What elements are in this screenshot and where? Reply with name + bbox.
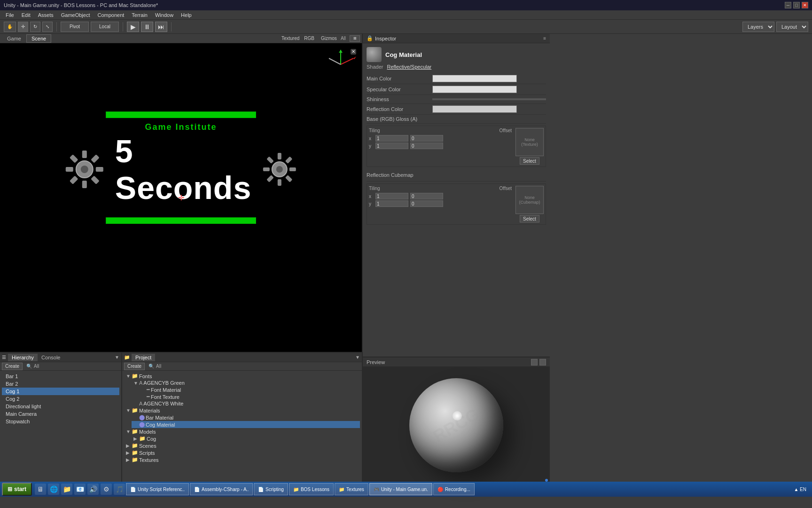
project-scenes-folder[interactable]: ▶ 📁 Scenes [124,442,360,449]
font-material-item[interactable]: ━ Font Material [139,386,360,393]
taskbar-unity-script[interactable]: 📄 Unity Script Referenc... [126,483,189,495]
menu-file[interactable]: File [2,11,18,19]
local-button[interactable]: Local [91,22,119,32]
start-button[interactable]: ⊞ start [2,483,32,496]
agencyb-green-icon: A [139,380,142,386]
hand-tool[interactable]: ✋ [4,22,16,32]
gizmos-label[interactable]: Gizmos [321,36,337,41]
project-scripts-folder[interactable]: ▶ 📁 Scripts [124,449,360,456]
menu-help[interactable]: Help [177,11,195,19]
hierarchy-cog1[interactable]: Cog 1 [2,388,119,395]
quick-icon-6[interactable]: ⚙ [101,484,112,495]
minimize-button[interactable]: ─ [785,2,791,8]
taskbar-scripting[interactable]: 📄 Scripting [254,483,288,495]
maximize-view-btn[interactable]: ⊠ [350,35,360,42]
layout-dropdown[interactable]: Layout [776,22,808,32]
game-title: Game Institute [145,122,217,132]
project-models-folder[interactable]: ▼ 📁 Models [124,428,360,435]
cog-material-item[interactable]: ⬤ Cog Material [132,421,360,428]
project-fonts-folder[interactable]: ▼ 📁 Fonts [124,373,360,380]
hierarchy-bar2[interactable]: Bar 2 [2,380,119,388]
menu-edit[interactable]: Edit [18,11,34,19]
tab-hierarchy[interactable]: Hierarchy [8,354,38,361]
quick-icon-5[interactable]: 🔊 [87,484,99,495]
quick-icon-4[interactable]: 📧 [74,484,86,495]
rotate-tool[interactable]: ↻ [30,22,40,32]
taskbar-recording[interactable]: 🔴 Recording... [433,483,475,495]
taskbar-unity-main[interactable]: 🎮 Unity - Main Game.un... [369,483,432,495]
maximize-button[interactable]: □ [793,2,800,8]
menu-gameobject[interactable]: GameObject [57,11,94,19]
inspector-options-icon[interactable]: ≡ [543,36,546,41]
hierarchy-stopwatch[interactable]: Stopwatch [2,418,119,425]
menu-window[interactable]: Window [151,11,177,19]
pause-button[interactable]: ⏸ [141,22,153,32]
play-button[interactable]: ▶ [127,22,139,32]
project-collapse-btn[interactable]: ▼ [355,355,360,360]
preview-ctrl-2[interactable] [539,359,546,365]
project-materials-folder[interactable]: ▼ 📁 Materials [124,407,360,414]
base-tiling-x[interactable] [375,135,408,142]
agencyb-white-item[interactable]: A AGENCYB White [132,400,360,407]
inspector-header: 🔒 Inspector ≡ [363,34,550,43]
rgb-label[interactable]: RGB [304,36,314,41]
hierarchy-bar1[interactable]: Bar 1 [2,373,119,380]
system-tray: ▲ EN [790,486,810,492]
tab-console[interactable]: Console [38,354,64,361]
preview-controls [531,359,546,365]
taskbar-icon-3: 📄 [258,487,264,492]
tiling-label: Tiling [369,128,380,133]
cubemap-tiling-x[interactable] [375,193,408,199]
quick-icon-1[interactable]: 🖥 [35,484,46,495]
base-offset-y[interactable] [410,143,443,149]
menu-terrain[interactable]: Terrain [128,11,151,19]
agencyb-green-folder[interactable]: ▼ A AGENCYB Green [132,380,360,386]
scale-tool[interactable]: ⤡ [42,22,53,32]
hierarchy-camera[interactable]: Main Camera [2,410,119,418]
shininess-slider-area [432,98,546,100]
base-offset-x[interactable] [410,135,443,142]
cog-right [261,151,298,188]
tab-scene[interactable]: Scene [26,34,51,43]
cubemap-offset-y[interactable] [410,200,443,207]
project-textures-folder[interactable]: ▶ 📁 Textures [124,456,360,463]
taskbar-assembly[interactable]: 📄 Assembly-CSharp - A... [190,483,253,495]
quick-icon-7[interactable]: 🎵 [114,484,125,495]
specular-color-swatch[interactable] [432,86,517,93]
texture-select-btn[interactable]: Select [520,157,539,165]
bar-material-item[interactable]: ⬤ Bar Material [132,414,360,421]
shader-value[interactable]: Reflective/Specular [387,64,431,70]
textured-label[interactable]: Textured [281,36,299,41]
hierarchy-create-btn[interactable]: Create [2,363,23,370]
layers-dropdown[interactable]: Layers [742,22,774,32]
reflection-color-swatch[interactable] [432,105,517,113]
hierarchy-dirlight[interactable]: Directional light [2,403,119,410]
project-create-btn[interactable]: Create [124,363,145,370]
main-color-swatch[interactable] [432,75,517,82]
hierarchy-cog2[interactable]: Cog 2 [2,395,119,403]
quick-icon-3[interactable]: 📁 [61,484,72,495]
tab-game[interactable]: Game [2,34,26,43]
step-button[interactable]: ⏭ [155,22,167,32]
move-tool[interactable]: ✛ [18,22,28,32]
hierarchy-collapse-btn[interactable]: ▼ [115,355,119,360]
prop-shininess: Shininess [367,95,546,104]
quick-icon-2[interactable]: 🌐 [48,484,59,495]
cubemap-tiling-y[interactable] [375,200,408,207]
close-button[interactable]: ✕ [802,2,808,8]
cubemap-offset-x[interactable] [410,193,443,199]
svg-line-20 [341,58,353,64]
tab-project[interactable]: Project [132,354,155,361]
taskbar-textures[interactable]: 📁 Textures [335,483,368,495]
taskbar-bos-lessons[interactable]: 📁 BOS Lessons [289,483,334,495]
cubemap-select-btn[interactable]: Select [520,215,539,222]
pivot-button[interactable]: Pivot [61,22,89,32]
cog-model-item[interactable]: ▶ 📁 Cog [132,435,360,442]
font-texture-item[interactable]: ━ Font Texture [139,393,360,400]
menu-assets[interactable]: Assets [34,11,57,19]
preview-ctrl-1[interactable] [531,359,538,365]
base-tiling-y[interactable] [375,143,408,149]
shininess-slider[interactable] [432,98,546,100]
svg-point-11 [276,166,283,173]
menu-component[interactable]: Component [94,11,128,19]
